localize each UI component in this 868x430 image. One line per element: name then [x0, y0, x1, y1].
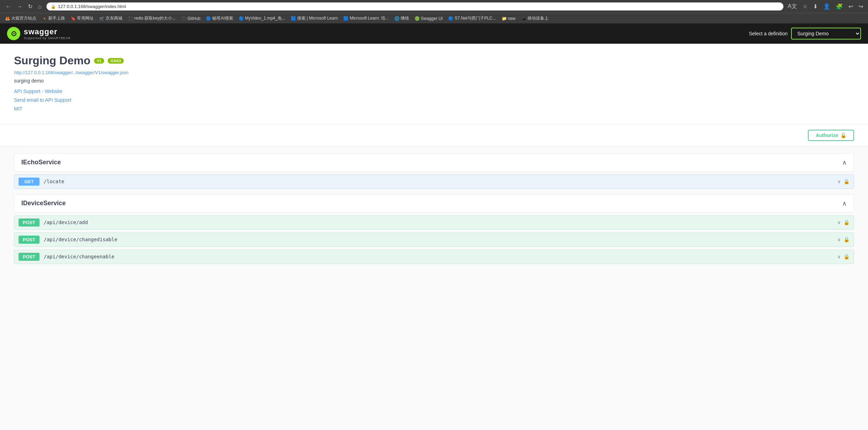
idevice-chevron-icon: ∧: [842, 200, 847, 207]
download-icon[interactable]: ⬇: [812, 2, 819, 10]
bookmark-swagger[interactable]: 🟢 Swagger UI: [413, 15, 444, 22]
bookmark-s7net[interactable]: 🔵 S7.Net与西门子PLC...: [447, 15, 497, 22]
browser-toolbar: ← → ↻ ⌂ 🔒 127.0.0.1:168/swagger/index.ht…: [0, 0, 868, 13]
idevice-section-header[interactable]: IDeviceService ∧: [14, 194, 854, 213]
swagger-logo-sub: Supported by SMARTBEAR: [24, 36, 71, 40]
endpoint-chevron-icon-changedisable: ∨: [837, 237, 841, 242]
undo-icon[interactable]: ↩: [847, 2, 854, 10]
api-section-iecho: IEchoService ∧ GET /locate ∨ 🔒: [14, 153, 854, 189]
definition-select[interactable]: Surging Demo: [791, 28, 861, 40]
link-email[interactable]: Send email to API Support: [14, 96, 854, 105]
endpoint-chevron-icon-add: ∨: [837, 220, 841, 225]
link-website[interactable]: API Support - Website: [14, 87, 854, 96]
badge-v1: V1: [94, 58, 104, 64]
swagger-logo-title: swagger: [24, 27, 71, 36]
iecho-section-title: IEchoService: [21, 159, 61, 166]
method-badge-post-changeenable: POST: [19, 253, 40, 261]
bookmark-new[interactable]: 📁 new: [500, 15, 517, 22]
endpoint-actions-changedisable: ∨ 🔒: [837, 237, 849, 242]
endpoint-chevron-icon-changeenable: ∨: [837, 254, 841, 259]
endpoint-post-changeenable[interactable]: POST /api/device/changeenable ∨ 🔒: [14, 250, 854, 264]
bookmark-github[interactable]: ⚫ GitHub: [180, 15, 202, 22]
swagger-logo: ⊙ swagger Supported by SMARTBEAR: [7, 27, 71, 40]
swagger-title-row: Surging Demo V1 OAS3: [14, 54, 854, 67]
iecho-endpoints: GET /locate ∨ 🔒: [14, 174, 854, 189]
swagger-description: surging demo: [14, 78, 854, 84]
endpoint-lock-icon-changedisable: 🔒: [844, 237, 849, 242]
bookmark-jd[interactable]: 🛒 京东商城: [98, 15, 124, 22]
swagger-definition-selector: Select a definition Surging Demo: [749, 28, 861, 40]
translate-icon[interactable]: A文: [786, 2, 798, 11]
bookmark-newbie[interactable]: 🔸 新手上路: [41, 15, 66, 22]
bookmark-firefox[interactable]: 🦊 火狐官方站点: [3, 15, 38, 22]
iecho-chevron-icon: ∧: [842, 159, 847, 166]
authorize-label: Authorize: [816, 132, 838, 138]
endpoint-path-add: /api/device/add: [44, 220, 833, 225]
iecho-section-header[interactable]: IEchoService ∧: [14, 153, 854, 172]
endpoint-path-changedisable: /api/device/changedisable: [44, 237, 833, 242]
profile-icon[interactable]: 👤: [822, 2, 832, 10]
address-text: 127.0.0.1:168/swagger/index.html: [58, 4, 780, 9]
endpoint-post-changedisable[interactable]: POST /api/device/changedisable ∨ 🔒: [14, 232, 854, 247]
bookmark-common[interactable]: 🔖 常用网址: [69, 15, 95, 22]
bookmark-mita[interactable]: 🔵 秘塔AI搜索: [205, 15, 234, 22]
endpoint-post-add[interactable]: POST /api/device/add ∨ 🔒: [14, 215, 854, 230]
endpoint-path-locate: /locate: [44, 179, 833, 184]
swagger-logo-icon: ⊙: [7, 27, 20, 40]
swagger-content: Surging Demo V1 OAS3 http://127.0.0.1:16…: [0, 44, 868, 277]
definition-label: Select a definition: [749, 31, 788, 36]
method-badge-post-changedisable: POST: [19, 236, 40, 244]
browser-chrome: ← → ↻ ⌂ 🔒 127.0.0.1:168/swagger/index.ht…: [0, 0, 868, 23]
bookmark-ms-learn[interactable]: 🟦 Microsoft Learn: 培...: [342, 15, 390, 22]
swagger-header: ⊙ swagger Supported by SMARTBEAR Select …: [0, 23, 868, 44]
swagger-sections: IEchoService ∧ GET /locate ∨ 🔒 IDeviceSe…: [0, 146, 868, 277]
home-button[interactable]: ⌂: [36, 3, 44, 10]
address-bar[interactable]: 🔒 127.0.0.1:168/swagger/index.html: [46, 2, 784, 10]
idevice-endpoints: POST /api/device/add ∨ 🔒 POST /api/devic…: [14, 215, 854, 264]
back-button[interactable]: ←: [3, 3, 13, 10]
bookmark-video[interactable]: 🔵 MyVideo_1.mp4_免...: [237, 15, 287, 22]
idevice-section-title: IDeviceService: [21, 200, 66, 207]
bookmark-mobile[interactable]: 📱 移动设备上: [520, 15, 550, 22]
method-badge-post-add: POST: [19, 218, 40, 227]
endpoint-lock-icon: 🔒: [844, 179, 849, 184]
nav-buttons: ← → ↻ ⌂: [3, 2, 44, 10]
method-badge-get: GET: [19, 178, 40, 186]
endpoint-path-changeenable: /api/device/changeenable: [44, 254, 833, 259]
extensions-icon[interactable]: 🧩: [834, 2, 844, 10]
swagger-spec-url[interactable]: http://127.0.0.1:168/swagger/../swagger/…: [14, 70, 854, 75]
link-mit[interactable]: MIT: [14, 105, 854, 113]
authorize-button[interactable]: Authorize 🔓: [808, 130, 854, 141]
refresh-button[interactable]: ↻: [26, 2, 35, 10]
swagger-info: Surging Demo V1 OAS3 http://127.0.0.1:16…: [0, 44, 868, 124]
endpoint-lock-icon-changeenable: 🔒: [844, 254, 849, 259]
lock-open-icon: 🔓: [840, 132, 846, 138]
bookmark-star-icon[interactable]: ☆: [801, 2, 809, 10]
endpoint-actions-locate: ∨ 🔒: [837, 179, 849, 184]
bookmark-ms-search[interactable]: 🟦 搜索 | Microsoft Learn: [289, 15, 339, 22]
browser-actions: A文 ☆ ⬇ 👤 🧩 ↩ ↪: [786, 2, 865, 11]
endpoint-chevron-icon: ∨: [837, 179, 841, 184]
swagger-title: Surging Demo: [14, 54, 91, 67]
badge-oas3: OAS3: [108, 58, 124, 64]
swagger-links: API Support - Website Send email to API …: [14, 87, 854, 114]
endpoint-actions-changeenable: ∨ 🔒: [837, 254, 849, 259]
bookmark-redis[interactable]: ⬛ redis 获取key的大小...: [127, 15, 177, 22]
address-lock-icon: 🔒: [51, 4, 56, 9]
forward-button[interactable]: →: [15, 3, 24, 10]
endpoint-actions-add: ∨ 🔒: [837, 220, 849, 225]
swagger-logo-text: swagger Supported by SMARTBEAR: [24, 27, 71, 40]
bookmarks-bar: 🦊 火狐官方站点 🔸 新手上路 🔖 常用网址 🛒 京东商城 ⬛ redis 获取…: [0, 13, 868, 23]
endpoint-get-locate[interactable]: GET /locate ∨ 🔒: [14, 174, 854, 189]
bookmark-continue[interactable]: 🌐 继续: [393, 15, 410, 22]
swagger-authorize-bar: Authorize 🔓: [0, 124, 868, 146]
redo-icon[interactable]: ↪: [857, 2, 865, 10]
api-section-idevice: IDeviceService ∧ POST /api/device/add ∨ …: [14, 194, 854, 264]
endpoint-lock-icon-add: 🔒: [844, 220, 849, 225]
